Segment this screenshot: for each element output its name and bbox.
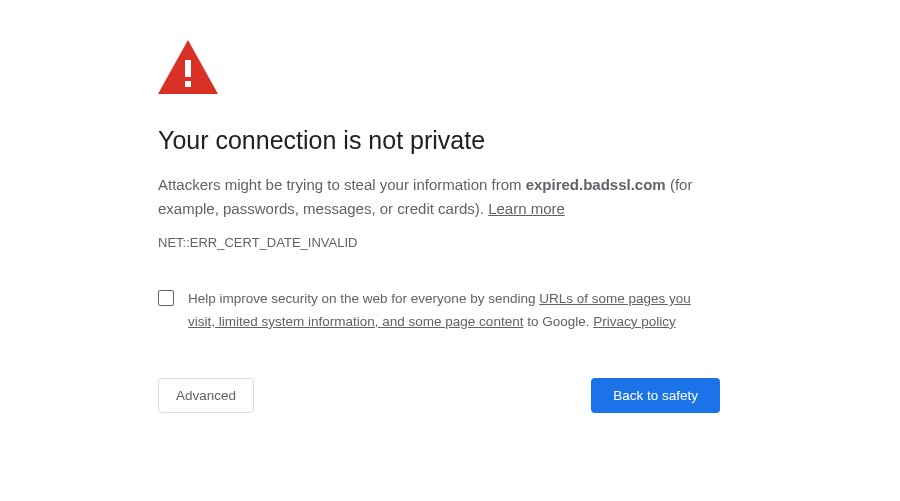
- advanced-button[interactable]: Advanced: [158, 378, 254, 413]
- optin-before: Help improve security on the web for eve…: [188, 291, 539, 306]
- learn-more-link[interactable]: Learn more: [488, 200, 565, 217]
- warning-description: Attackers might be trying to steal your …: [158, 173, 718, 221]
- optin-text: Help improve security on the web for eve…: [188, 288, 720, 334]
- optin-between: to Google.: [523, 314, 593, 329]
- optin-checkbox[interactable]: [158, 290, 174, 306]
- warning-triangle-icon: [158, 40, 720, 98]
- svg-rect-1: [185, 60, 191, 77]
- svg-rect-2: [185, 81, 191, 87]
- error-code: NET::ERR_CERT_DATE_INVALID: [158, 235, 720, 250]
- description-before: Attackers might be trying to steal your …: [158, 176, 526, 193]
- privacy-policy-link[interactable]: Privacy policy: [593, 314, 676, 329]
- back-to-safety-button[interactable]: Back to safety: [591, 378, 720, 413]
- domain-name: expired.badssl.com: [526, 176, 666, 193]
- page-title: Your connection is not private: [158, 126, 720, 155]
